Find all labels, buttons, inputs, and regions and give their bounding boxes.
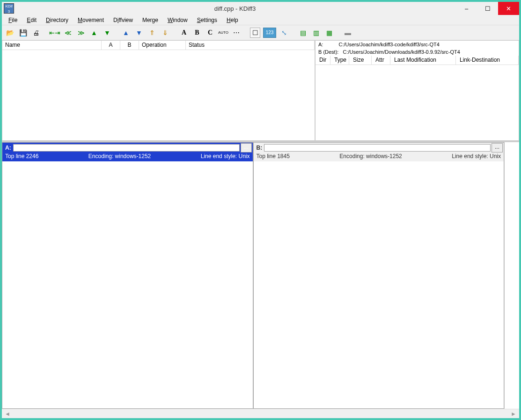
close-button[interactable]: ✕ (498, 2, 519, 15)
col-b[interactable]: B (120, 41, 139, 50)
info-col-attr[interactable]: Attr (372, 56, 390, 65)
menu-movement[interactable]: Movement (73, 16, 109, 24)
extra-icon[interactable]: ▬ (343, 28, 353, 38)
col-name[interactable]: Name (2, 41, 102, 50)
pane-a-info-bar: Top line 2246 Encoding: windows-1252 Lin… (2, 153, 253, 161)
minimize-button[interactable]: – (456, 2, 477, 15)
choose-next-icon[interactable]: ⇓ (160, 28, 170, 38)
go-back-diff-icon[interactable]: ⇤⇥ (50, 28, 60, 38)
pane-b-topline: Top line 1845 (257, 153, 290, 161)
menu-window[interactable]: Window (163, 16, 192, 24)
pane-a-code[interactable] (2, 161, 253, 408)
menu-bar: File Edit Directory Movement Diffview Me… (2, 15, 519, 25)
pane-b-encoding: Encoding: windows-1252 (339, 153, 402, 161)
title-bar: KDif3 diff.cpp - KDiff3 – ☐ ✕ (2, 2, 519, 15)
options-icon[interactable]: ⋯ (231, 28, 242, 38)
menu-file[interactable]: File (4, 16, 22, 24)
pane-a-topline: Top line 2246 (5, 153, 38, 161)
show-whitespace-button[interactable]: ☐ (250, 28, 260, 38)
directory-tree-header: Name A B Operation Status (2, 41, 315, 50)
status-bar (2, 409, 519, 418)
toolbar: 📂 💾 🖨 ⇤⇥ ≪ ≫ ▲ ▼ ▲ ▼ ⇑ ⇓ A B C AUTO ⋯ ☐ … (2, 25, 519, 40)
pane-b-browse-button[interactable]: ... (492, 143, 503, 152)
path-b-row: B (Dest): C:/Users/Joachim/Downloads/kdi… (316, 48, 519, 56)
col-a[interactable]: A (102, 41, 120, 50)
maximize-button[interactable]: ☐ (477, 2, 498, 15)
choose-b-button[interactable]: B (192, 28, 202, 38)
pane-b-lineend: Line end style: Unix (452, 153, 501, 161)
next-unsolved-icon[interactable]: ▼ (134, 28, 144, 38)
info-col-dir[interactable]: Dir (316, 56, 330, 65)
info-col-type[interactable]: Type (330, 56, 349, 65)
next-conflict-icon[interactable]: ▼ (102, 28, 112, 38)
pane-a-browse-button[interactable]: ... (241, 143, 252, 152)
horizontal-split-icon[interactable]: ▤ (298, 28, 308, 38)
prev-diff-icon[interactable]: ≪ (63, 28, 73, 38)
col-operation[interactable]: Operation (139, 41, 186, 50)
pane-b-info-bar: Top line 1845 Encoding: windows-1252 Lin… (254, 153, 504, 161)
toggle-split-icon[interactable]: ▦ (324, 28, 334, 38)
diff-pane-a: A: ... Top line 2246 Encoding: windows-1… (2, 142, 253, 409)
pane-b-path-input[interactable] (264, 144, 491, 152)
menu-directory[interactable]: Directory (41, 16, 73, 24)
path-a-value: C:/Users/Joachim/kdiff3-code/kdiff3/src-… (338, 42, 439, 47)
pane-a-lineend: Line end style: Unix (201, 153, 250, 161)
diff-pane-b: B: ... Top line 1845 Encoding: windows-1… (253, 142, 505, 409)
show-line-numbers-button[interactable]: 123 (263, 28, 276, 38)
save-icon[interactable]: 💾 (18, 28, 28, 38)
menu-help[interactable]: Help (222, 16, 243, 24)
choose-prev-icon[interactable]: ⇑ (147, 28, 157, 38)
path-a-row: A: C:/Users/Joachim/kdiff3-code/kdiff3/s… (316, 41, 519, 48)
open-icon[interactable]: 📂 (5, 28, 15, 38)
app-icon: KDif3 (4, 3, 14, 14)
word-wrap-icon[interactable]: ⤡ (279, 28, 289, 38)
diff-container: A: ... Top line 2246 Encoding: windows-1… (2, 142, 519, 409)
print-icon[interactable]: 🖨 (31, 28, 41, 38)
overview-strip[interactable] (504, 142, 519, 409)
menu-edit[interactable]: Edit (22, 16, 41, 24)
prev-unsolved-icon[interactable]: ▲ (121, 28, 131, 38)
directory-tree-list[interactable] (2, 50, 315, 140)
directory-split: Name A B Operation Status A: C:/Users/Jo… (2, 40, 519, 142)
pane-b-path-bar: B: ... (254, 143, 504, 153)
info-header: Dir Type Size Attr Last Modification Lin… (316, 56, 519, 65)
col-status[interactable]: Status (186, 41, 315, 50)
menu-diffview[interactable]: Diffview (109, 16, 138, 24)
window-title: diff.cpp - KDiff3 (14, 5, 456, 12)
pane-b-code[interactable] (254, 161, 504, 408)
path-b-label: B (Dest): (318, 49, 338, 55)
path-a-label: A: (318, 42, 323, 47)
vertical-split-icon[interactable]: ▥ (311, 28, 321, 38)
directory-tree-panel: Name A B Operation Status (2, 40, 315, 141)
choose-c-button[interactable]: C (205, 28, 215, 38)
menu-settings[interactable]: Settings (192, 16, 222, 24)
choose-a-button[interactable]: A (179, 28, 189, 38)
file-info-panel: A: C:/Users/Joachim/kdiff3-code/kdiff3/s… (315, 40, 519, 141)
menu-merge[interactable]: Merge (138, 16, 163, 24)
info-col-mod[interactable]: Last Modification (390, 56, 456, 65)
info-col-link[interactable]: Link-Destination (456, 56, 519, 65)
path-b-value: C:/Users/Joachim/Downloads/kdiff3-0.9.92… (343, 49, 460, 55)
prev-conflict-icon[interactable]: ▲ (89, 28, 99, 38)
auto-button[interactable]: AUTO (218, 28, 228, 38)
pane-a-path-input[interactable] (13, 144, 240, 152)
pane-b-label: B: (255, 145, 264, 151)
pane-a-encoding: Encoding: windows-1252 (88, 153, 151, 161)
pane-a-label: A: (3, 145, 13, 151)
info-col-size[interactable]: Size (349, 56, 372, 65)
next-diff-icon[interactable]: ≫ (76, 28, 86, 38)
pane-a-path-bar: A: ... (2, 143, 253, 153)
